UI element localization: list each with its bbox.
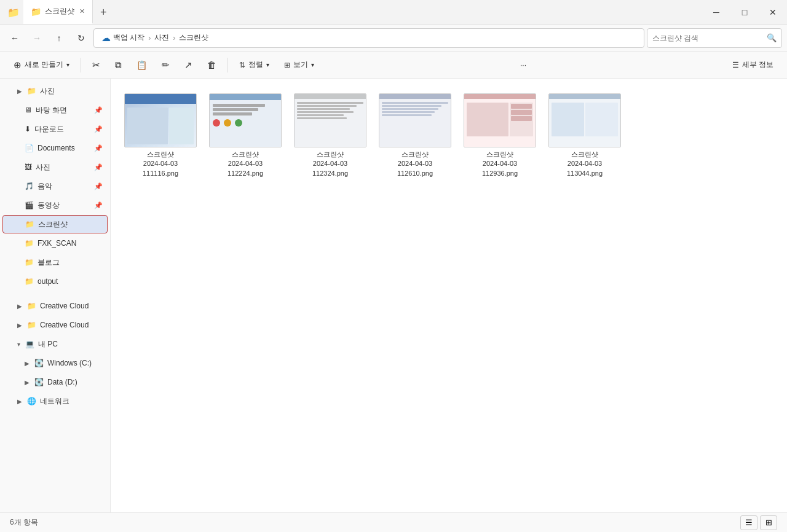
tab-close-button[interactable]: ✕ [79, 7, 85, 15]
data-d-icon: 💽 [34, 378, 44, 386]
view-dropdown-icon: ▾ [311, 61, 314, 68]
expand-icon: ▶ [17, 322, 22, 329]
copy-button[interactable]: ⧉ [109, 55, 128, 75]
more-button[interactable]: ··· [514, 55, 532, 75]
breadcrumb-part-1[interactable]: 백업 시작 [113, 33, 144, 43]
file-item[interactable]: 스크린샷 2024-04-03 112936.png [460, 88, 540, 183]
rename-icon: ✏ [162, 60, 170, 71]
file-name: 스크린샷 2024-04-03 112936.png [482, 150, 518, 178]
file-name: 스크린샷 2024-04-03 111116.png [143, 150, 178, 178]
sidebar-item-photos[interactable]: ▶ 📁 사진 [2, 82, 108, 100]
sidebar-item-videos[interactable]: 🎬 동영상 📌 [2, 196, 108, 214]
desktop-icon: 🖥 [25, 106, 32, 114]
minimize-button[interactable]: ─ [702, 0, 730, 25]
expand-icon: ▶ [17, 88, 22, 95]
sidebar-item-label: Data (D:) [47, 378, 77, 386]
new-dropdown-icon: ▾ [66, 61, 69, 68]
rename-button[interactable]: ✏ [156, 55, 176, 75]
file-name: 스크린샷 2024-04-03 112324.png [312, 150, 348, 178]
sidebar-item-pictures[interactable]: 🖼 사진 📌 [2, 158, 108, 176]
file-item[interactable]: 스크린샷 2024-04-03 111116.png [121, 88, 200, 183]
sidebar-item-music[interactable]: 🎵 음악 📌 [2, 177, 108, 195]
sidebar-item-fxk-scan[interactable]: 📁 FXK_SCAN [2, 234, 108, 252]
sidebar-item-label: 바탕 화면 [36, 105, 67, 115]
sort-label: 정렬 [248, 60, 263, 70]
pin-icon: 📌 [94, 144, 103, 152]
windows-c-icon: 💽 [34, 359, 44, 367]
sidebar-item-downloads[interactable]: ⬇ 다운로드 📌 [2, 120, 108, 138]
forward-button[interactable]: → [27, 28, 47, 48]
pin-icon: 📌 [94, 182, 103, 190]
view-label: 보기 [293, 60, 308, 70]
back-button[interactable]: ← [5, 28, 25, 48]
maximize-button[interactable]: □ [730, 0, 759, 25]
file-item[interactable]: 스크린샷 2024-04-03 112610.png [375, 88, 455, 183]
tab-screenshots[interactable]: 📁 스크린샷 ✕ [23, 0, 93, 24]
sidebar-item-cc2[interactable]: ▶ 📁 Creative Cloud [2, 316, 108, 334]
sidebar-item-mypc[interactable]: ▾ 💻 내 PC [2, 335, 108, 353]
sidebar-item-label: 동영상 [38, 200, 60, 211]
sidebar-item-label: Windows (C:) [47, 359, 92, 367]
sidebar-item-screenshots[interactable]: 📁 스크린샷 [2, 215, 108, 233]
sidebar-item-label: 다운로드 [34, 124, 64, 135]
sidebar-item-windows-c[interactable]: ▶ 💽 Windows (C:) [2, 354, 108, 372]
pin-icon: 📌 [94, 201, 103, 209]
status-count: 6개 항목 [10, 517, 38, 528]
cc2-folder-icon: 📁 [27, 321, 36, 329]
sidebar-item-label: 사진 [40, 86, 55, 96]
detail-button[interactable]: ☰ 세부 정보 [726, 55, 780, 75]
file-item[interactable]: 스크린샷 2024-04-03 113044.png [545, 88, 625, 183]
expand-icon: ▾ [17, 341, 20, 348]
sidebar-item-output[interactable]: 📁 output [2, 272, 108, 291]
view-button[interactable]: ⊞ 보기 ▾ [278, 55, 320, 75]
address-bar: ← → ↑ ↻ ☁ 백업 시작 › 사진 › 스크린샷 🔍 [0, 25, 787, 52]
file-thumbnail [124, 93, 197, 147]
download-icon: ⬇ [25, 125, 31, 133]
search-input[interactable] [652, 34, 763, 42]
detail-icon: ☰ [732, 61, 739, 69]
window-controls: ─ □ ✕ [702, 0, 787, 25]
refresh-button[interactable]: ↻ [71, 28, 91, 48]
sidebar-item-documents[interactable]: 📄 Documents 📌 [2, 139, 108, 157]
share-button[interactable]: ↗ [178, 55, 199, 75]
paste-button[interactable]: 📋 [130, 55, 153, 75]
up-button[interactable]: ↑ [49, 28, 69, 48]
sidebar-item-cc1[interactable]: ▶ 📁 Creative Cloud [2, 297, 108, 315]
new-tab-button[interactable]: + [93, 0, 114, 25]
status-bar: 6개 항목 ☰ ⊞ [0, 512, 787, 532]
sidebar-item-label: 네트워크 [40, 396, 69, 407]
expand-icon: ▶ [17, 398, 22, 405]
file-item[interactable]: 스크린샷 2024-04-03 112324.png [290, 88, 370, 183]
sidebar-item-data-d[interactable]: ▶ 💽 Data (D:) [2, 373, 108, 391]
grid-view-button[interactable]: ⊞ [760, 515, 777, 530]
list-view-button[interactable]: ☰ [740, 515, 757, 530]
breadcrumb-path[interactable]: ☁ 백업 시작 › 사진 › 스크린샷 [93, 28, 644, 48]
breadcrumb-part-2[interactable]: 사진 [154, 33, 169, 43]
file-item[interactable]: 스크린샷 2024-04-03 112224.png [205, 88, 285, 183]
detail-label: 세부 정보 [742, 60, 773, 70]
pin-icon: 📌 [94, 163, 103, 171]
blog-folder-icon: 📁 [25, 258, 34, 267]
sidebar: ▶ 📁 사진 🖥 바탕 화면 📌 ⬇ 다운로드 📌 📄 Documents 📌 … [0, 79, 111, 512]
sidebar-item-network[interactable]: ▶ 🌐 네트워크 [2, 392, 108, 410]
breadcrumb-part-3[interactable]: 스크린샷 [179, 33, 208, 43]
sidebar-item-label: 스크린샷 [38, 219, 68, 230]
tab-label: 스크린샷 [45, 6, 74, 17]
sidebar-item-blog[interactable]: 📁 블로그 [2, 253, 108, 272]
delete-button[interactable]: 🗑 [201, 55, 223, 75]
sort-button[interactable]: ⇅ 정렬 ▾ [233, 55, 275, 75]
close-button[interactable]: ✕ [759, 0, 787, 25]
cut-button[interactable]: ✂ [86, 55, 106, 75]
new-icon: ⊕ [14, 60, 22, 71]
paste-icon: 📋 [136, 60, 147, 70]
file-name: 스크린샷 2024-04-03 112224.png [227, 150, 263, 178]
new-button[interactable]: ⊕ 새로 만들기 ▾ [7, 55, 76, 75]
search-box[interactable]: 🔍 [647, 28, 782, 48]
search-icon: 🔍 [767, 33, 777, 42]
pictures-icon: 🖼 [25, 163, 32, 171]
file-thumbnail [548, 93, 621, 147]
file-thumbnail [464, 93, 536, 147]
main-layout: ▶ 📁 사진 🖥 바탕 화면 📌 ⬇ 다운로드 📌 📄 Documents 📌 … [0, 79, 787, 512]
network-icon: 🌐 [27, 397, 36, 405]
sidebar-item-desktop[interactable]: 🖥 바탕 화면 📌 [2, 101, 108, 119]
